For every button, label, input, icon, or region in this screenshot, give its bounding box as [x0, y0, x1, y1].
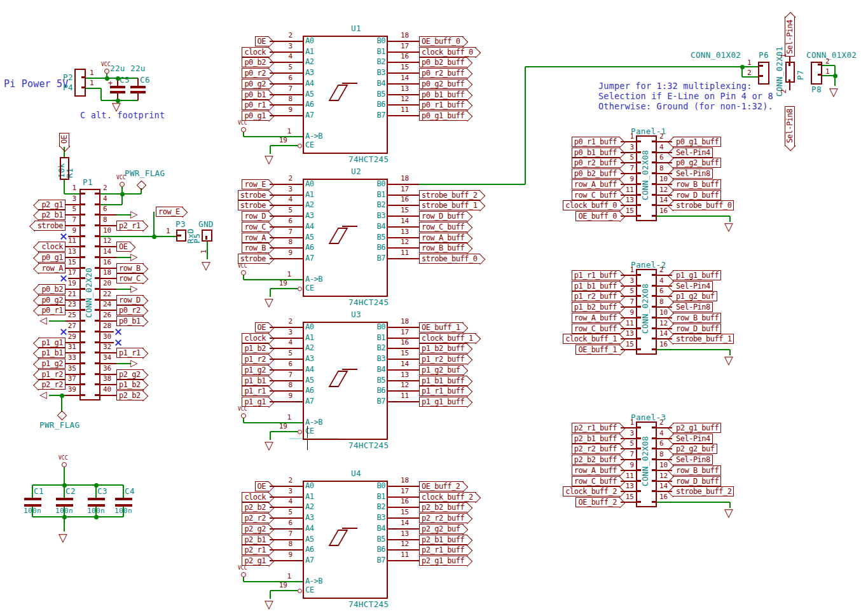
net-label[interactable]: clock_buff_2 — [419, 492, 476, 502]
net-label[interactable]: row_C_buff — [572, 190, 620, 200]
net-label[interactable]: p2_g2 — [242, 524, 269, 534]
net-label[interactable]: strobe — [34, 221, 65, 231]
empty-label-arrow[interactable]: ▷ — [130, 359, 138, 368]
net-label[interactable]: p0_r1 — [242, 100, 269, 110]
net-label[interactable]: p0_r2 — [242, 68, 269, 78]
net-label[interactable]: Sel-Pin4 — [673, 281, 713, 291]
net-label[interactable]: row_A_buff — [419, 233, 467, 243]
gnd-symbol[interactable]: ▽ — [265, 297, 273, 308]
connector-panel-1[interactable] — [636, 135, 657, 221]
net-label[interactable]: row_A_buff — [572, 179, 620, 189]
capacitor-plate[interactable] — [110, 86, 125, 88]
net-label[interactable]: p2_g2 — [116, 369, 144, 380]
capacitor-plate[interactable] — [115, 498, 132, 500]
net-label[interactable]: p2_g1 — [38, 200, 65, 210]
net-label[interactable]: p1_b2 — [242, 343, 269, 353]
net-label[interactable]: p0_g1_buff — [673, 137, 721, 147]
net-label[interactable]: p0_b1 — [242, 90, 269, 100]
net-label[interactable]: p1_g1_buff — [419, 397, 467, 407]
net-label[interactable]: row_B — [242, 243, 269, 253]
ic-u2[interactable] — [303, 179, 388, 297]
gnd-symbol[interactable]: ▽ — [59, 532, 67, 544]
net-label[interactable]: OE — [255, 322, 269, 332]
net-label[interactable]: p0_b1_buff — [572, 147, 620, 158]
net-label[interactable]: p0_g1 — [242, 111, 269, 121]
gnd-symbol[interactable]: ▽ — [724, 355, 733, 366]
net-label[interactable]: p1_b1_buff — [572, 281, 620, 291]
net-label[interactable]: p1_r2 — [242, 354, 269, 364]
vcc-symbol[interactable] — [241, 270, 246, 275]
connector-panel-3[interactable] — [636, 421, 657, 507]
net-label[interactable]: strobe_buff_1 — [673, 334, 734, 344]
net-label[interactable]: row_D — [242, 211, 269, 221]
net-label[interactable]: clock_buff_0 — [563, 200, 620, 210]
net-label[interactable]: p0_r1_buff — [419, 100, 467, 110]
net-label[interactable]: OE_buff_0 — [575, 211, 620, 221]
net-label[interactable]: row_B_buff — [673, 313, 721, 323]
gnd-symbol[interactable]: ▽ — [724, 221, 733, 233]
vcc-symbol[interactable] — [62, 462, 67, 467]
net-label[interactable]: p0_r2_buff — [419, 68, 467, 78]
net-label[interactable]: Sel-Pin8 — [673, 168, 713, 179]
net-label[interactable]: p2_b2_buff — [572, 455, 620, 465]
net-label[interactable]: row_D_buff — [673, 190, 721, 200]
net-label[interactable]: p2_b1 — [242, 535, 269, 545]
net-label[interactable]: p0_b1 — [116, 316, 144, 326]
net-label[interactable]: p1_r1_buff — [572, 270, 620, 280]
net-label[interactable]: OE_buff_2 — [419, 481, 464, 491]
net-label[interactable]: p0_b1_buff — [419, 90, 467, 100]
net-label[interactable]: p1_g1_buff — [673, 270, 721, 280]
gnd-symbol[interactable]: ▽ — [829, 86, 838, 98]
net-label[interactable]: strobe — [238, 254, 269, 264]
vcc-symbol[interactable] — [120, 182, 125, 187]
capacitor-plate[interactable] — [24, 498, 41, 500]
net-label[interactable]: p1_g2 — [242, 365, 269, 375]
empty-label-arrow[interactable]: ▷ — [130, 284, 138, 294]
net-label[interactable]: row_C — [242, 222, 269, 232]
net-label[interactable]: p2_r2 — [242, 513, 269, 523]
net-label-row-e[interactable]: row_E — [156, 207, 183, 217]
net-label[interactable]: row_E — [242, 179, 269, 189]
connector-p1[interactable] — [79, 189, 100, 400]
net-label[interactable]: strobe — [238, 200, 269, 210]
net-label[interactable]: strobe_buff_0 — [673, 200, 734, 210]
net-label[interactable]: row_D_buff — [673, 476, 721, 486]
ic-u1[interactable] — [303, 36, 388, 154]
net-label[interactable]: row_A — [242, 233, 269, 243]
gnd-symbol[interactable]: ▽ — [112, 101, 121, 113]
net-label[interactable]: p1_g2_buf — [419, 365, 464, 375]
net-label[interactable]: p1_b1_buff — [419, 376, 467, 386]
capacitor-plate[interactable] — [115, 504, 132, 507]
net-label[interactable]: strobe_buff_1 — [419, 200, 480, 210]
net-label[interactable]: p2_r2_buff — [572, 444, 620, 454]
net-label[interactable]: p2_r2 — [38, 380, 65, 390]
net-label[interactable]: row_B_buff — [673, 465, 721, 476]
net-label[interactable]: p1_r1 — [116, 348, 144, 358]
net-label[interactable]: p2_b2_buff — [419, 502, 467, 512]
net-label[interactable]: p0_r1_buff — [572, 137, 620, 147]
capacitor-plate[interactable] — [24, 504, 41, 507]
net-label[interactable]: row_B_buff — [419, 243, 467, 253]
net-label[interactable]: p2_r1_buff — [419, 545, 467, 555]
empty-label-arrow[interactable]: ◁ — [39, 390, 47, 400]
net-label[interactable]: row_B — [116, 263, 144, 273]
net-label[interactable]: row_A_buff — [572, 465, 620, 476]
capacitor-plate[interactable] — [130, 86, 146, 88]
net-label[interactable]: p1_g1 — [242, 397, 269, 407]
capacitor-plate[interactable] — [88, 498, 105, 500]
net-label[interactable]: p0_g1 — [38, 252, 65, 263]
net-label[interactable]: row_D_buff — [419, 211, 467, 221]
net-label[interactable]: clock_buff_0 — [419, 47, 476, 57]
net-label[interactable]: p1_b2 — [116, 380, 144, 390]
connector-panel-2[interactable] — [636, 269, 657, 355]
net-label[interactable]: p1_r2_buff — [572, 291, 620, 301]
net-label[interactable]: p0_g2 — [242, 79, 269, 89]
net-label-sel-pin8[interactable]: Sel-Pin8 — [785, 106, 795, 146]
net-label[interactable]: p2_r1_buff — [572, 423, 620, 433]
net-label[interactable]: OE — [255, 36, 269, 46]
net-label[interactable]: row_C — [116, 273, 144, 284]
net-label-sel-pin4[interactable]: Sel-Pin4 — [785, 17, 795, 57]
net-label[interactable]: p0_b2_buff — [419, 57, 467, 67]
net-label[interactable]: Sel-Pin8 — [673, 455, 713, 465]
net-label[interactable]: p2_g1_buff — [419, 556, 467, 566]
